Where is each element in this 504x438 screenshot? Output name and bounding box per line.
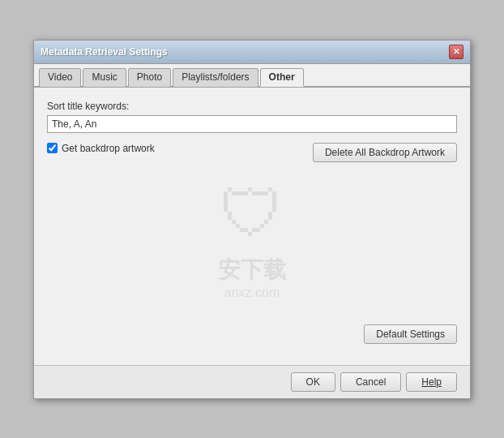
tab-video[interactable]: Video (39, 68, 81, 87)
watermark-icon: 🛡 (218, 177, 286, 251)
dialog-title: Metadata Retrieval Settings (41, 46, 168, 58)
backdrop-artwork-label: Get backdrop artwork (62, 143, 155, 154)
tab-music[interactable]: Music (83, 68, 126, 87)
backdrop-artwork-row: Get backdrop artwork (47, 143, 155, 154)
dialog-window: Metadata Retrieval Settings ✕ Video Musi… (33, 40, 471, 399)
sort-keywords-group: Sort title keywords: (47, 101, 457, 133)
delete-backdrop-button[interactable]: Delete All Backdrop Artwork (313, 143, 457, 162)
ok-button[interactable]: OK (291, 372, 335, 392)
watermark-text-cn: 安下载 (218, 255, 286, 286)
default-settings-row: Default Settings (47, 324, 457, 344)
sort-keywords-input[interactable] (47, 115, 457, 133)
watermark-text-en: anxz.com (218, 286, 286, 300)
cancel-button[interactable]: Cancel (340, 372, 401, 392)
tab-other[interactable]: Other (260, 68, 304, 87)
default-settings-button[interactable]: Default Settings (364, 324, 457, 344)
close-button[interactable]: ✕ (449, 45, 463, 59)
backdrop-artwork-checkbox[interactable] (47, 143, 58, 153)
title-bar: Metadata Retrieval Settings ✕ (34, 41, 470, 64)
sort-keywords-label: Sort title keywords: (47, 101, 457, 112)
help-button[interactable]: Help (406, 372, 457, 392)
tab-bar: Video Music Photo Playlists/folders Othe… (34, 64, 470, 88)
content-area: Sort title keywords: Get backdrop artwor… (34, 88, 470, 365)
tab-playlists-folders[interactable]: Playlists/folders (173, 68, 258, 87)
dialog-footer: OK Cancel Help (34, 365, 470, 398)
content-inner: Sort title keywords: Get backdrop artwor… (47, 101, 457, 352)
tab-photo[interactable]: Photo (128, 68, 171, 87)
watermark: 🛡 安下载 anxz.com (218, 177, 286, 300)
